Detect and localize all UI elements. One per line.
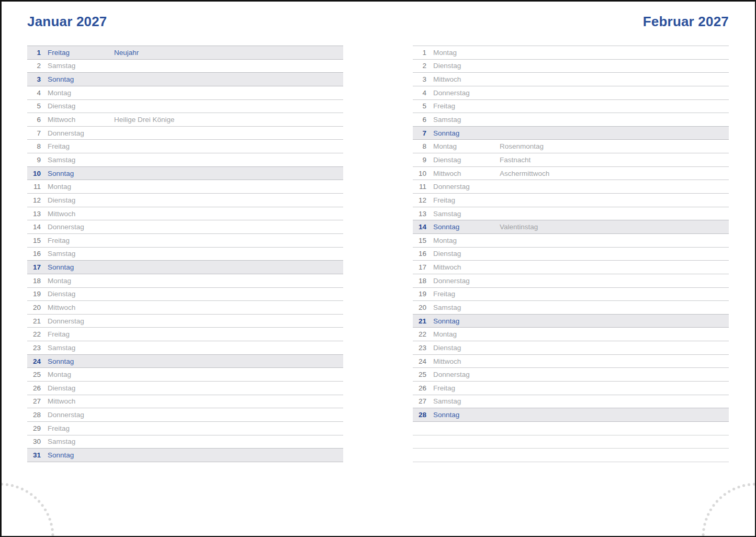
empty-row: [413, 422, 729, 435]
day-number: 16: [27, 250, 41, 258]
day-name: Dienstag: [433, 62, 461, 70]
corner-dots-decoration-right: [698, 479, 756, 537]
day-name: Samstag: [433, 397, 461, 405]
month-title-januar: Januar 2027: [27, 14, 343, 29]
calendar-day-row: 9DienstagFastnacht: [413, 153, 729, 167]
calendar-day-row: 6Samstag: [413, 113, 729, 127]
day-name: Montag: [433, 330, 457, 338]
calendar-day-row: 20Mittwoch: [27, 301, 343, 315]
day-name: Freitag: [48, 330, 70, 338]
day-number: 3: [413, 75, 426, 83]
day-number: 5: [413, 102, 426, 110]
calendar-day-row: 19Freitag: [413, 288, 729, 301]
day-number: 18: [27, 277, 41, 285]
day-name: Mittwoch: [48, 116, 75, 124]
day-name: Freitag: [48, 424, 70, 432]
calendar-day-row: 16Samstag: [27, 248, 343, 261]
day-number: 4: [27, 89, 41, 97]
day-number: 25: [27, 371, 41, 378]
calendar-day-row: 25Montag: [27, 368, 343, 382]
corner-dots-decoration-left: [0, 479, 58, 537]
day-name: Dienstag: [48, 102, 75, 110]
day-number: 11: [413, 183, 426, 191]
calendar-day-row: 27Mittwoch: [27, 395, 343, 409]
day-number: 9: [413, 156, 426, 164]
day-name: Dienstag: [433, 250, 461, 258]
calendar-day-row: 21Sonntag: [413, 315, 729, 328]
calendar-day-row: 12Freitag: [413, 194, 729, 207]
calendar-day-row: 7Sonntag: [413, 127, 729, 140]
calendar-day-row: 1Montag: [413, 46, 729, 60]
calendar-day-row: 2Samstag: [27, 60, 343, 73]
day-number: 20: [27, 304, 41, 311]
day-name: Dienstag: [48, 196, 75, 204]
day-number: 22: [27, 330, 41, 338]
day-number: 13: [413, 210, 426, 218]
day-name: Montag: [433, 237, 457, 244]
day-name: Mittwoch: [48, 210, 75, 218]
day-name: Dienstag: [48, 384, 75, 392]
day-number: 12: [27, 196, 41, 204]
day-name: Donnerstag: [433, 89, 470, 97]
calendar-day-row: 29Freitag: [27, 422, 343, 435]
holiday-label: Neujahr: [114, 49, 139, 57]
calendar-day-row: 17Mittwoch: [413, 261, 729, 274]
calendar-day-row: 22Freitag: [27, 328, 343, 341]
day-name: Sonntag: [433, 317, 459, 325]
calendar-day-row: 5Freitag: [413, 100, 729, 114]
day-list-januar: 1FreitagNeujahr2Samstag3Sonntag4Montag5D…: [27, 46, 343, 462]
day-number: 5: [27, 102, 41, 110]
day-number: 8: [27, 142, 41, 150]
calendar-day-row: 3Sonntag: [27, 73, 343, 86]
calendar-day-row: 20Samstag: [413, 301, 729, 315]
day-name: Freitag: [433, 290, 455, 298]
calendar-day-row: 11Montag: [27, 180, 343, 194]
calendar-day-row: 31Sonntag: [27, 449, 343, 462]
calendar-day-row: 26Freitag: [413, 382, 729, 395]
day-number: 25: [413, 371, 426, 378]
day-number: 19: [413, 290, 426, 298]
day-name: Mittwoch: [48, 397, 75, 405]
day-number: 15: [27, 237, 41, 244]
calendar-day-row: 8Freitag: [27, 140, 343, 153]
day-name: Samstag: [48, 250, 75, 258]
day-number: 2: [413, 62, 426, 70]
day-name: Montag: [48, 89, 71, 97]
calendar-day-row: 4Montag: [27, 86, 343, 100]
day-name: Montag: [433, 142, 457, 150]
day-number: 13: [27, 210, 41, 218]
day-name: Sonntag: [48, 451, 74, 459]
day-number: 11: [27, 183, 41, 191]
calendar-spread-page: Januar 2027 1FreitagNeujahr2Samstag3Sonn…: [0, 0, 756, 537]
day-name: Samstag: [433, 210, 461, 218]
day-name: Sonntag: [48, 75, 74, 83]
day-number: 7: [27, 129, 41, 137]
day-name: Samstag: [433, 304, 461, 311]
holiday-label: Rosenmontag: [500, 142, 544, 150]
calendar-day-row: 16Dienstag: [413, 248, 729, 261]
holiday-label: Heilige Drei Könige: [114, 116, 175, 124]
calendar-day-row: 18Donnerstag: [413, 274, 729, 288]
day-number: 7: [413, 129, 426, 137]
day-number: 10: [413, 170, 426, 177]
calendar-day-row: 10Sonntag: [27, 167, 343, 181]
calendar-day-row: 3Mittwoch: [413, 73, 729, 86]
day-list-februar: 1Montag2Dienstag3Mittwoch4Donnerstag5Fre…: [413, 46, 729, 462]
day-name: Sonntag: [433, 411, 459, 419]
day-name: Freitag: [48, 237, 70, 244]
day-number: 14: [27, 223, 41, 231]
day-number: 2: [27, 62, 41, 70]
day-number: 28: [27, 411, 41, 419]
day-name: Donnerstag: [433, 277, 470, 285]
day-number: 27: [413, 397, 426, 405]
calendar-day-row: 27Samstag: [413, 395, 729, 409]
calendar-day-row: 5Dienstag: [27, 100, 343, 114]
day-name: Samstag: [48, 344, 75, 352]
day-number: 21: [413, 317, 426, 325]
empty-row: [413, 449, 729, 462]
day-name: Mittwoch: [433, 263, 461, 271]
calendar-day-row: 14Donnerstag: [27, 220, 343, 234]
day-name: Dienstag: [433, 344, 461, 352]
day-number: 22: [413, 330, 426, 338]
calendar-day-row: 22Montag: [413, 328, 729, 341]
